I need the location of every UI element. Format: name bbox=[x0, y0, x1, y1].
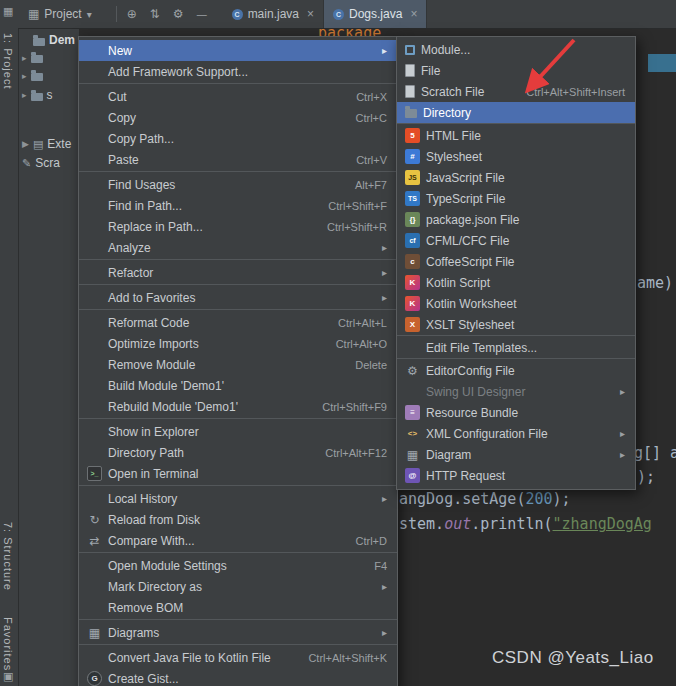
code-segment: .println( bbox=[471, 515, 552, 533]
menu-item-add-to-favorites[interactable]: Add to Favorites▸ bbox=[79, 287, 397, 308]
menu-item-label: Analyze bbox=[108, 241, 358, 255]
chevron-icon[interactable]: ▸ bbox=[22, 90, 27, 100]
menu-item-new[interactable]: New▸ bbox=[79, 40, 397, 61]
menu-item-convert-java-to-kotlin[interactable]: Convert Java File to Kotlin FileCtrl+Alt… bbox=[79, 647, 397, 668]
submenu-item-stylesheet[interactable]: #Stylesheet bbox=[397, 146, 635, 167]
chevron-icon[interactable]: ▸ bbox=[22, 71, 27, 81]
menu-item-label: Directory bbox=[423, 106, 625, 120]
submenu-item-kotlin-script[interactable]: KKotlin Script bbox=[397, 272, 635, 293]
window-grid-icon[interactable]: ▦ bbox=[3, 5, 13, 18]
menu-item-reload-from-disk[interactable]: ↻Reload from Disk bbox=[79, 509, 397, 530]
menu-item-copy[interactable]: CopyCtrl+C bbox=[79, 107, 397, 128]
menu-separator bbox=[79, 171, 397, 172]
tree-row-3[interactable]: ▸s bbox=[22, 88, 53, 102]
menu-item-diagrams[interactable]: ▦Diagrams▸ bbox=[79, 622, 397, 643]
editor-tabs: Cmain.java×CDogs.java× bbox=[223, 0, 428, 28]
tool-window-button-structure[interactable]: 7: Structure bbox=[2, 522, 14, 591]
submenu-item-cfml-cfc[interactable]: cfCFML/CFC File bbox=[397, 230, 635, 251]
menu-item-build-module[interactable]: Build Module 'Demo1' bbox=[79, 375, 397, 396]
menu-item-remove-module[interactable]: Remove ModuleDelete bbox=[79, 354, 397, 375]
project-view-selector[interactable]: ▦ Project bbox=[28, 7, 92, 21]
submenu-item-diagram[interactable]: ▦Diagram▸ bbox=[397, 444, 635, 465]
menu-item-cut[interactable]: CutCtrl+X bbox=[79, 86, 397, 107]
submenu-item-module[interactable]: Module... bbox=[397, 39, 635, 60]
icon-placeholder bbox=[87, 378, 102, 393]
menu-item-refactor[interactable]: Refactor▸ bbox=[79, 262, 397, 283]
tab-main-java[interactable]: Cmain.java× bbox=[223, 0, 324, 28]
menu-item-rebuild-module[interactable]: Rebuild Module 'Demo1'Ctrl+Shift+F9 bbox=[79, 396, 397, 417]
submenu-item-kotlin-worksheet[interactable]: KKotlin Worksheet bbox=[397, 293, 635, 314]
menu-item-copy-path[interactable]: Copy Path... bbox=[79, 128, 397, 149]
tree-row-scratches[interactable]: ✎Scra bbox=[22, 156, 60, 170]
submenu-item-resource-bundle[interactable]: ≡Resource Bundle bbox=[397, 402, 635, 423]
code-segment: angDog.setAge( bbox=[399, 490, 525, 508]
menu-item-optimize-imports[interactable]: Optimize ImportsCtrl+Alt+O bbox=[79, 333, 397, 354]
sync-icon[interactable] bbox=[150, 7, 160, 21]
submenu-item-coffeescript[interactable]: cCoffeeScript File bbox=[397, 251, 635, 272]
submenu-item-xslt-stylesheet[interactable]: XXSLT Stylesheet bbox=[397, 314, 635, 335]
tool-windows-icon[interactable]: ▣ bbox=[3, 670, 13, 683]
submenu-arrow-icon: ▸ bbox=[382, 267, 387, 278]
submenu-item-scratch-file[interactable]: Scratch FileCtrl+Alt+Shift+Insert bbox=[397, 81, 635, 102]
minimize-icon[interactable] bbox=[197, 7, 207, 21]
chevron-icon[interactable]: ▶ bbox=[22, 139, 29, 149]
menu-item-add-framework-support[interactable]: Add Framework Support... bbox=[79, 61, 397, 82]
menu-item-analyze[interactable]: Analyze▸ bbox=[79, 237, 397, 258]
submenu-item-file[interactable]: File bbox=[397, 60, 635, 81]
icon-placeholder bbox=[405, 340, 420, 355]
submenu-item-typescript-file[interactable]: TSTypeScript File bbox=[397, 188, 635, 209]
menu-item-label: Add to Favorites bbox=[108, 291, 358, 305]
submenu-item-swing-ui-designer[interactable]: Swing UI Designer▸ bbox=[397, 381, 635, 402]
tree-row-1[interactable]: ▸ bbox=[22, 52, 43, 63]
tool-window-button-favorites[interactable]: Favorites bbox=[2, 617, 14, 671]
submenu-item-edit-file-templates[interactable]: Edit File Templates... bbox=[397, 337, 635, 358]
menu-item-compare-with[interactable]: ⇄Compare With...Ctrl+D bbox=[79, 530, 397, 551]
menu-item-show-in-explorer[interactable]: Show in Explorer bbox=[79, 421, 397, 442]
globe-icon[interactable] bbox=[127, 7, 137, 21]
menu-item-directory-path[interactable]: Directory PathCtrl+Alt+F12 bbox=[79, 442, 397, 463]
menu-item-shortcut: Ctrl+V bbox=[356, 154, 387, 166]
menu-item-find-in-path[interactable]: Find in Path...Ctrl+Shift+F bbox=[79, 195, 397, 216]
menu-item-local-history[interactable]: Local History▸ bbox=[79, 488, 397, 509]
tree-row-2[interactable]: ▸ bbox=[22, 70, 43, 81]
tab-dogs-java[interactable]: CDogs.java× bbox=[324, 0, 427, 28]
tool-window-button-project[interactable]: 1: Project bbox=[2, 33, 14, 89]
tab-close-icon[interactable]: × bbox=[307, 7, 314, 21]
icon-placeholder bbox=[87, 650, 102, 665]
menu-item-label: Show in Explorer bbox=[108, 425, 387, 439]
tree-row-external-libraries[interactable]: ▶▤Exte bbox=[22, 137, 71, 151]
submenu-item-html-file[interactable]: 5HTML File bbox=[397, 125, 635, 146]
menu-item-replace-in-path[interactable]: Replace in Path...Ctrl+Shift+R bbox=[79, 216, 397, 237]
icon-placeholder bbox=[87, 290, 102, 305]
library-icon: ▤ bbox=[33, 138, 43, 151]
icon-placeholder bbox=[87, 131, 102, 146]
menu-item-reformat-code[interactable]: Reformat CodeCtrl+Alt+L bbox=[79, 312, 397, 333]
menu-item-label: Directory Path bbox=[108, 446, 301, 460]
chevron-icon[interactable]: ▸ bbox=[22, 53, 27, 63]
submenu-item-javascript-file[interactable]: JSJavaScript File bbox=[397, 167, 635, 188]
menu-item-remove-bom[interactable]: Remove BOM bbox=[79, 597, 397, 618]
html-icon: 5 bbox=[405, 128, 420, 143]
menu-item-label: Open in Terminal bbox=[108, 467, 387, 481]
submenu-item-http-request[interactable]: @HTTP Request bbox=[397, 465, 635, 486]
folder-icon bbox=[405, 109, 417, 118]
icon-placeholder bbox=[87, 315, 102, 330]
submenu-item-package-json[interactable]: {}package.json File bbox=[397, 209, 635, 230]
tab-close-icon[interactable]: × bbox=[410, 7, 417, 21]
menu-item-open-in-terminal[interactable]: >_Open in Terminal bbox=[79, 463, 397, 484]
menu-item-label: Optimize Imports bbox=[108, 337, 312, 351]
folder-icon bbox=[31, 55, 43, 63]
submenu-item-xml-configuration-file[interactable]: <>XML Configuration File▸ bbox=[397, 423, 635, 444]
menu-item-label: Resource Bundle bbox=[426, 406, 625, 420]
menu-item-open-module-settings[interactable]: Open Module SettingsF4 bbox=[79, 555, 397, 576]
submenu-arrow-icon: ▸ bbox=[382, 292, 387, 303]
menu-item-create-gist[interactable]: GCreate Gist... bbox=[79, 668, 397, 686]
submenu-item-directory[interactable]: Directory bbox=[397, 102, 635, 123]
menu-item-find-usages[interactable]: Find UsagesAlt+F7 bbox=[79, 174, 397, 195]
menu-item-mark-directory-as[interactable]: Mark Directory as▸ bbox=[79, 576, 397, 597]
submenu-item-editorconfig-file[interactable]: ⚙EditorConfig File bbox=[397, 360, 635, 381]
code-segment: 200 bbox=[525, 490, 552, 508]
gear-icon[interactable] bbox=[173, 7, 184, 21]
project-root-row[interactable]: Dem bbox=[33, 33, 75, 47]
menu-item-paste[interactable]: PasteCtrl+V bbox=[79, 149, 397, 170]
